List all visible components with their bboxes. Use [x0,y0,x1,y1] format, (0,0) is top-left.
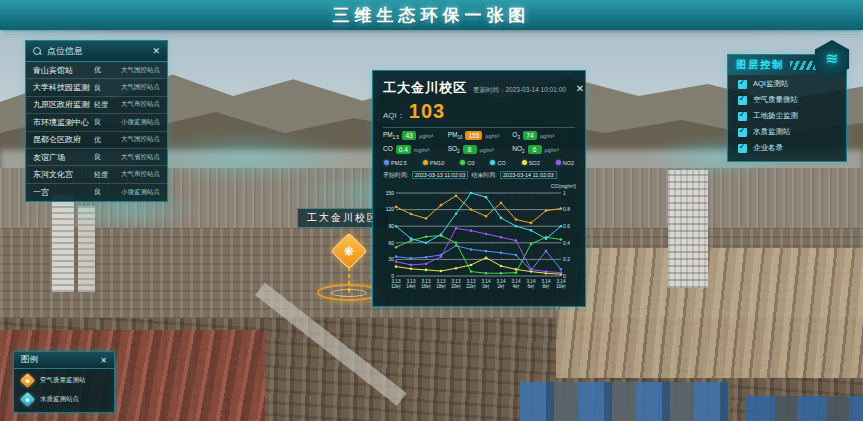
pollutant-name: NO2 [512,145,524,154]
pollutant-unit: µg/m³ [540,133,554,139]
station-aqi-level: 良 [94,83,110,93]
close-icon[interactable]: ✕ [576,83,584,94]
svg-text:3.1316时: 3.1316时 [421,279,431,289]
map-legend-panel: 图例 ✕ 空气质量监测站 水质监测站点 [13,351,115,413]
legend-panel-title: 图例 [21,354,38,366]
layer-label: 水质监测站 [753,127,791,137]
legend-label: CO [497,160,505,166]
app-root: 工大金川校区 ❋ 三维生态环保一张图 点位信息 ✕ 青山宾馆站 优 大气国控站点… [0,0,863,421]
divider [383,127,575,128]
layer-toggle-item[interactable]: 水质监测站 [728,123,846,139]
start-time-label: 开始时间: [383,171,409,180]
pollutant-unit: µg/m³ [545,147,559,153]
station-aqi-level: 良 [94,152,110,162]
legend-item[interactable]: PM2.5 [384,160,407,166]
svg-text:60: 60 [388,239,394,245]
pollutant-name: PM2.5 [383,131,399,140]
station-list-item[interactable]: 青山宾馆站 优 大气国控站点 [26,62,167,79]
pollutant-name: PM10 [448,131,463,140]
svg-text:3.1322时: 3.1322时 [466,279,476,289]
pollutant-cell: NO2 6 µg/m³ [512,145,575,154]
svg-text:120: 120 [386,206,395,212]
pollutant-cell: PM2.5 43 µg/m³ [383,131,446,140]
legend-label: SO2 [529,160,540,166]
checkbox-checked-icon[interactable] [738,80,747,89]
station-list-item[interactable]: 昆都仑区政府 优 大气国控站点 [26,132,167,149]
svg-text:0.6: 0.6 [563,223,570,229]
station-rows: 青山宾馆站 优 大气国控站点 大学科技园监测站 良 大气国控站点 九原区政府监测… [26,62,167,201]
close-icon[interactable]: ✕ [100,356,107,365]
blue-roof-warehouses-2 [745,396,863,421]
station-name: 九原区政府监测站 [33,99,90,110]
layer-toggle-item[interactable]: 企业名录 [728,139,846,155]
station-panel-header: 点位信息 ✕ [26,41,167,62]
checkbox-checked-icon[interactable] [738,128,747,137]
legend-color-dot [522,160,527,165]
legend-label: NO2 [563,160,574,166]
svg-text:3.1320时: 3.1320时 [451,279,461,289]
station-type: 大气国控站点 [114,135,160,144]
station-type: 大气市控站点 [114,100,160,109]
svg-text:3.1312时: 3.1312时 [391,279,401,289]
map-legend-item: 水质监测站点 [14,388,114,407]
legend-item[interactable]: PM10 [423,160,444,166]
station-name: 东河文化宫 [33,169,90,180]
pollutant-grid: PM2.5 43 µg/m³ PM10 155 µg/m³ O3 74 µg/m… [383,131,575,155]
legend-color-dot [460,160,465,165]
station-name: 大学科技园监测站 [33,82,90,93]
pollutant-value-badge: 6 [528,145,542,154]
station-type: 大气国控站点 [114,66,160,75]
pollutant-cell: PM10 155 µg/m³ [448,131,511,140]
aqi-value: 103 [409,100,445,123]
pollutant-value-badge: 43 [402,131,416,140]
search-icon[interactable] [33,47,42,56]
update-time-value: 2023-03-14 10:01:00 [506,86,566,93]
white-tower-right [668,170,708,288]
checkbox-checked-icon[interactable] [738,112,747,121]
legend-item[interactable]: NO2 [556,160,574,166]
svg-text:0.2: 0.2 [563,256,570,262]
station-list-item[interactable]: 一宫 良 小微监测站点 [26,184,167,201]
start-time-input[interactable]: 2023-03-13 11:02:03 [412,171,469,179]
water-station-marker-icon [20,392,36,408]
pollutant-cell: O3 74 µg/m³ [512,131,575,140]
checkbox-checked-icon[interactable] [738,96,747,105]
station-name: 昆都仑区政府 [33,134,90,145]
svg-text:CO(mg/m³): CO(mg/m³) [551,183,576,189]
windmill-icon: ❋ [337,239,361,263]
close-icon[interactable]: ✕ [152,46,160,56]
station-list-panel: 点位信息 ✕ 青山宾馆站 优 大气国控站点 大学科技园监测站 良 大气国控站点 … [25,40,168,202]
svg-text:0: 0 [563,272,566,278]
layer-toggle-item[interactable]: 工地扬尘监测 [728,107,846,123]
station-list-item[interactable]: 九原区政府监测站 轻度 大气市控站点 [26,97,167,114]
checkbox-checked-icon[interactable] [738,144,747,153]
svg-text:3.146时: 3.146时 [527,279,536,289]
station-list-item[interactable]: 大学科技园监测站 良 大气国控站点 [26,79,167,96]
svg-text:3.142时: 3.142时 [497,279,506,289]
station-list-item[interactable]: 东河文化宫 轻度 大气市控站点 [26,166,167,183]
legend-item[interactable]: SO2 [522,160,540,166]
legend-color-dot [490,160,495,165]
end-time-label: 结束时间: [471,171,497,180]
layer-label: 空气质量微站 [753,95,798,105]
top-title-bar: 三维生态环保一张图 [0,0,863,30]
map-legend-label: 水质监测站点 [40,395,79,404]
svg-text:30: 30 [388,256,394,262]
svg-text:3.1410时: 3.1410时 [556,279,566,289]
layer-toggle-item[interactable]: AQI监测站 [728,75,846,91]
layer-label: 企业名录 [753,143,783,153]
station-panel-title: 点位信息 [47,45,83,58]
blue-roof-warehouses [520,382,730,421]
legend-item[interactable]: CO [490,160,505,166]
legend-color-dot [384,160,389,165]
layer-toggle-item[interactable]: 空气质量微站 [728,91,846,107]
pollutant-cell: CO 0.4 mg/m³ [383,145,446,154]
aqi-label: AQI： [383,110,405,121]
legend-item[interactable]: O3 [460,160,474,166]
pollutant-value-badge: 8 [463,145,477,154]
station-list-item[interactable]: 市环境监测中心 良 小微监测站点 [26,114,167,131]
station-type: 大气省控站点 [114,153,160,162]
station-list-item[interactable]: 友谊广场 良 大气省控站点 [26,149,167,166]
pollutant-chart: 030609012015000.20.40.60.81CO(mg/m³)3.13… [383,183,577,293]
end-time-input[interactable]: 2023-03-14 11:02:03 [500,171,557,179]
